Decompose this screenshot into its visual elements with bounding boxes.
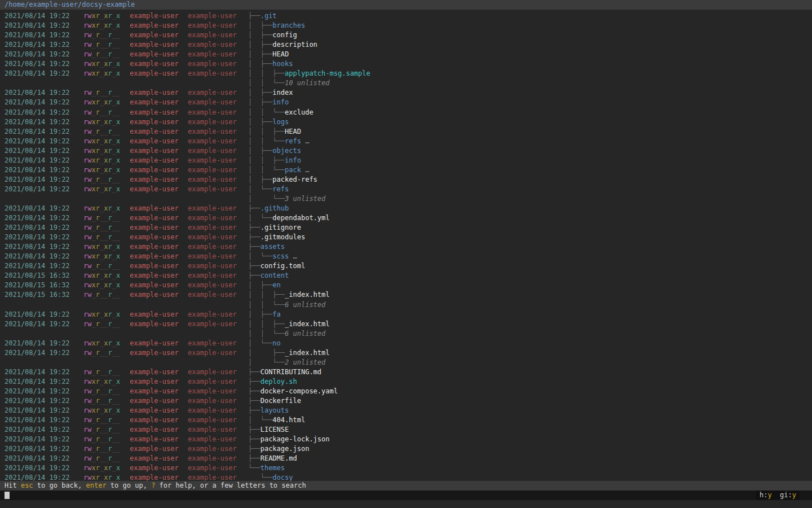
file-owner: example-user — [130, 50, 179, 59]
tree-branch-lines: │ └── — [248, 185, 272, 193]
file-row[interactable]: 2021/08/14 19:22rw_r__r__example-userexa… — [0, 387, 812, 396]
file-row[interactable]: 2021/08/14 19:22rw_r__r__example-userexa… — [0, 108, 812, 117]
file-row[interactable]: 2021/08/14 19:22rwxr_xr_xexample-userexa… — [0, 165, 812, 175]
file-row[interactable]: 2021/08/15 16:32rw_r__r__example-userexa… — [0, 290, 812, 300]
file-modified-datetime: 2021/08/14 19:22 — [5, 473, 70, 481]
file-group: example-user — [188, 463, 237, 473]
file-row[interactable]: 2021/08/14 19:22rw_r__r__example-userexa… — [0, 367, 812, 377]
key-hint: esc — [21, 481, 33, 489]
file-row[interactable]: 2021/08/14 19:22rw_r__r__example-userexa… — [0, 435, 812, 444]
file-name: packed-refs — [272, 176, 317, 183]
file-row[interactable]: 2021/08/14 19:22rwxr_xr_xexample-userexa… — [0, 117, 812, 127]
tree-entry: │ └──dependabot.yml — [248, 213, 330, 223]
file-row[interactable]: 2021/08/14 19:22rw_r__r__example-userexa… — [0, 213, 812, 223]
file-row[interactable]: 2021/08/14 19:22rwxr_xr_xexample-userexa… — [0, 310, 812, 319]
file-owner: example-user — [130, 175, 179, 185]
unlisted-count: 2 unlisted — [285, 358, 325, 366]
file-owner: example-user — [130, 21, 179, 30]
file-row[interactable]: 2021/08/14 19:22rwxr_xr_xexample-userexa… — [0, 146, 812, 156]
file-row[interactable]: 2021/08/14 19:22rw_r__r__example-userexa… — [0, 233, 812, 242]
file-permissions: rwxr_xr_x — [83, 185, 120, 194]
file-row[interactable]: 2021/08/14 19:22rwxr_xr_xexample-userexa… — [0, 473, 812, 481]
file-row[interactable]: 2021/08/14 19:22rwxr_xr_xexample-userexa… — [0, 98, 812, 107]
tree-branch-lines: ├── — [248, 406, 261, 414]
file-modified-datetime: 2021/08/14 19:22 — [5, 156, 70, 165]
tree-entry: ├──.gitmodules — [248, 233, 305, 242]
file-row[interactable]: 2021/08/14 19:22rwxr_xr_xexample-userexa… — [0, 406, 812, 415]
file-owner: example-user — [130, 473, 179, 481]
file-group: example-user — [188, 319, 237, 329]
file-row[interactable]: 2021/08/14 19:22rw_r__r__example-userexa… — [0, 175, 812, 185]
directory-name: no — [272, 339, 280, 347]
file-row[interactable]: 2021/08/14 19:22rwxr_xr_xexample-userexa… — [0, 463, 812, 473]
file-row[interactable]: 2021/08/14 19:22rwxr_xr_xexample-userexa… — [0, 69, 812, 78]
file-modified-datetime: 2021/08/14 19:22 — [5, 165, 70, 175]
file-group: example-user — [188, 30, 237, 40]
file-row[interactable]: 2021/08/14 19:22rw_r__r__example-userexa… — [0, 444, 812, 454]
file-row[interactable]: 2021/08/14 19:22rwxr_xr_xexample-userexa… — [0, 21, 812, 30]
file-row[interactable]: 2021/08/14 19:22rwxr_xr_xexample-userexa… — [0, 185, 812, 194]
file-owner: example-user — [130, 387, 179, 396]
file-row[interactable]: │ │ └──6 unlisted — [0, 329, 812, 339]
file-row[interactable]: 2021/08/14 19:22rwxr_xr_xexample-userexa… — [0, 242, 812, 252]
file-row[interactable]: │ │ └──10 unlisted — [0, 78, 812, 88]
file-group: example-user — [188, 310, 237, 319]
directory-name: .github — [261, 204, 289, 212]
file-row[interactable]: 2021/08/14 19:22rw_r__r__example-userexa… — [0, 127, 812, 137]
file-row[interactable]: 2021/08/14 19:22rw_r__r__example-userexa… — [0, 223, 812, 233]
file-row[interactable]: 2021/08/14 19:22rwxr_xr_xexample-userexa… — [0, 339, 812, 348]
search-input[interactable] — [0, 491, 812, 500]
file-row[interactable]: 2021/08/15 16:32rwxr_xr_xexample-userexa… — [0, 281, 812, 290]
file-row[interactable]: 2021/08/14 19:22rwxr_xr_xexample-userexa… — [0, 252, 812, 261]
file-row[interactable]: 2021/08/14 19:22rw_r__r__example-userexa… — [0, 348, 812, 358]
file-owner: example-user — [130, 367, 179, 377]
file-permissions: rwxr_xr_x — [83, 156, 120, 165]
file-permissions: rw_r__r__ — [83, 50, 120, 59]
file-row[interactable]: 2021/08/14 19:22rwxr_xr_xexample-userexa… — [0, 156, 812, 165]
file-row[interactable]: 2021/08/14 19:22rw_r__r__example-userexa… — [0, 454, 812, 463]
tree-branch-lines: │ │ ├── — [248, 291, 285, 299]
file-row[interactable]: 2021/08/14 19:22rwxr_xr_xexample-userexa… — [0, 377, 812, 387]
file-name: docker-compose.yaml — [261, 387, 338, 395]
file-row[interactable]: 2021/08/14 19:22rw_r__r__example-userexa… — [0, 261, 812, 271]
tree-branch-lines: │ ├── — [248, 147, 272, 155]
file-permissions: rwxr_xr_x — [83, 165, 120, 175]
file-row[interactable]: │ └──2 unlisted — [0, 358, 812, 367]
tree-branch-lines: │ └── — [248, 339, 272, 347]
file-row[interactable]: 2021/08/15 16:32rwxr_xr_xexample-userexa… — [0, 271, 812, 281]
file-row[interactable]: 2021/08/14 19:22rw_r__r__example-userexa… — [0, 396, 812, 406]
file-name: deploy.sh — [261, 378, 297, 386]
file-row[interactable]: 2021/08/14 19:22rw_r__r__example-userexa… — [0, 88, 812, 98]
file-row[interactable]: 2021/08/14 19:22rw_r__r__example-userexa… — [0, 40, 812, 50]
file-row[interactable]: 2021/08/14 19:22rw_r__r__example-userexa… — [0, 415, 812, 425]
file-row[interactable]: 2021/08/14 19:22rw_r__r__example-userexa… — [0, 30, 812, 40]
file-permissions: rw_r__r__ — [83, 223, 120, 233]
file-row[interactable]: │ └──3 unlisted — [0, 194, 812, 204]
file-modified-datetime: 2021/08/14 19:22 — [5, 30, 70, 40]
file-modified-datetime: 2021/08/14 19:22 — [5, 261, 70, 271]
directory-name: objects — [272, 147, 301, 155]
file-row[interactable]: 2021/08/14 19:22rwxr_xr_xexample-userexa… — [0, 59, 812, 69]
tree-branch-lines: │ ├── — [248, 176, 272, 183]
tree-entry: ├──.github — [248, 204, 289, 213]
file-name: .gitignore — [261, 224, 301, 231]
file-permissions: rwxr_xr_x — [83, 98, 120, 107]
file-modified-datetime: 2021/08/14 19:22 — [5, 339, 70, 348]
file-row[interactable]: 2021/08/14 19:22rw_r__r__example-userexa… — [0, 319, 812, 329]
tree-entry: ├──.git — [248, 11, 277, 21]
file-permissions: rwxr_xr_x — [83, 69, 120, 78]
file-modified-datetime: 2021/08/14 19:22 — [5, 137, 70, 146]
file-row[interactable]: 2021/08/14 19:22rwxr_xr_xexample-userexa… — [0, 137, 812, 146]
file-owner: example-user — [130, 233, 179, 242]
file-group: example-user — [188, 473, 237, 481]
file-modified-datetime: 2021/08/14 19:22 — [5, 348, 70, 358]
tree-entry: │ ├──hooks — [248, 59, 293, 69]
file-row[interactable]: 2021/08/14 19:22rw_r__r__example-userexa… — [0, 425, 812, 435]
tree-branch-lines: ├── — [248, 233, 261, 241]
file-modified-datetime: 2021/08/14 19:22 — [5, 108, 70, 117]
file-row[interactable]: 2021/08/14 19:22rwxr_xr_xexample-userexa… — [0, 11, 812, 21]
tree-entry: │ ├──index — [248, 88, 293, 98]
file-row[interactable]: 2021/08/14 19:22rw_r__r__example-userexa… — [0, 50, 812, 59]
file-row[interactable]: 2021/08/14 19:22rwxr_xr_xexample-userexa… — [0, 204, 812, 213]
file-row[interactable]: │ │ └──6 unlisted — [0, 300, 812, 310]
